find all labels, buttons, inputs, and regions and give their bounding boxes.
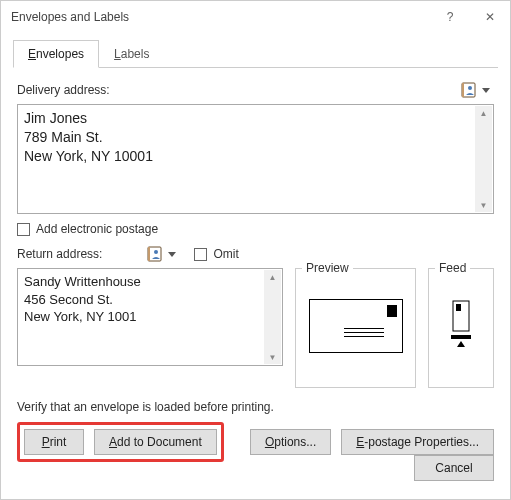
envelopes-labels-dialog: Envelopes and Labels ? ✕ Envelopes Label… xyxy=(0,0,511,500)
scroll-down-icon: ▼ xyxy=(264,350,281,364)
svg-rect-1 xyxy=(462,83,464,97)
address-book-icon xyxy=(146,246,164,262)
chevron-down-icon xyxy=(168,252,176,257)
svg-rect-8 xyxy=(451,335,471,339)
tab-label: nvelopes xyxy=(36,47,84,61)
delivery-address-value: Jim Jones 789 Main St. New York, NY 1000… xyxy=(18,105,493,213)
lower-section: Sandy Writtenhouse 456 Second St. New Yo… xyxy=(17,268,494,388)
svg-rect-4 xyxy=(148,247,150,261)
titlebar: Envelopes and Labels ? ✕ xyxy=(1,1,510,33)
address-book-icon xyxy=(460,82,478,98)
scroll-up-icon: ▲ xyxy=(264,270,281,284)
print-button[interactable]: Print xyxy=(24,429,84,455)
svg-point-2 xyxy=(468,86,472,90)
delivery-address-book-button[interactable] xyxy=(456,80,494,100)
return-column: Sandy Writtenhouse 456 Second St. New Yo… xyxy=(17,268,283,388)
epostage-properties-button[interactable]: E-postage Properties... xyxy=(341,429,494,455)
delivery-label-row: Delivery address: xyxy=(17,80,494,100)
return-address-value: Sandy Writtenhouse 456 Second St. New Yo… xyxy=(18,269,282,365)
return-address-label: Return address: xyxy=(17,247,102,261)
preview-feed-column: Preview Feed xyxy=(295,268,494,388)
delivery-address-input[interactable]: Jim Jones 789 Main St. New York, NY 1000… xyxy=(17,104,494,214)
footer: Cancel xyxy=(414,455,506,493)
add-to-document-button[interactable]: Add to Document xyxy=(94,429,217,455)
preview-group: Preview xyxy=(295,268,416,388)
feed-orientation-button[interactable] xyxy=(449,299,473,351)
scroll-down-icon: ▼ xyxy=(475,198,492,212)
close-button[interactable]: ✕ xyxy=(470,1,510,33)
tab-label: abels xyxy=(121,47,150,61)
scrollbar[interactable]: ▲ ▼ xyxy=(475,106,492,212)
cancel-button[interactable]: Cancel xyxy=(414,455,494,481)
window-title: Envelopes and Labels xyxy=(11,10,430,24)
return-label-row: Return address: Omit xyxy=(17,244,494,264)
envelope-preview-button[interactable] xyxy=(309,299,403,353)
tab-body-envelopes: Delivery address: Jim Jones 789 Main St.… xyxy=(13,68,498,466)
highlight-annotation: Print Add to Document xyxy=(17,422,224,462)
stamp-icon xyxy=(387,305,397,317)
delivery-address-label: Delivery address: xyxy=(17,83,110,97)
verify-text: Verify that an envelope is loaded before… xyxy=(17,400,494,414)
tab-labels[interactable]: Labels xyxy=(99,40,164,68)
return-address-book-button[interactable] xyxy=(142,244,180,264)
omit-label: Omit xyxy=(213,247,238,261)
feed-group: Feed xyxy=(428,268,494,388)
electronic-postage-checkbox[interactable] xyxy=(17,223,30,236)
help-button[interactable]: ? xyxy=(430,1,470,33)
address-lines-icon xyxy=(344,328,384,340)
chevron-down-icon xyxy=(482,88,490,93)
scroll-up-icon: ▲ xyxy=(475,106,492,120)
tab-strip: Envelopes Labels xyxy=(13,39,498,68)
return-address-input[interactable]: Sandy Writtenhouse 456 Second St. New Yo… xyxy=(17,268,283,366)
dialog-content: Envelopes Labels Delivery address: Jim J… xyxy=(1,39,510,478)
svg-point-5 xyxy=(154,250,158,254)
scrollbar[interactable]: ▲ ▼ xyxy=(264,270,281,364)
feed-title: Feed xyxy=(435,261,470,275)
preview-title: Preview xyxy=(302,261,353,275)
electronic-postage-row: Add electronic postage xyxy=(17,222,494,236)
svg-rect-7 xyxy=(456,304,461,311)
omit-checkbox[interactable] xyxy=(194,248,207,261)
electronic-postage-label: Add electronic postage xyxy=(36,222,158,236)
options-button[interactable]: Options... xyxy=(250,429,331,455)
tab-envelopes[interactable]: Envelopes xyxy=(13,40,99,68)
